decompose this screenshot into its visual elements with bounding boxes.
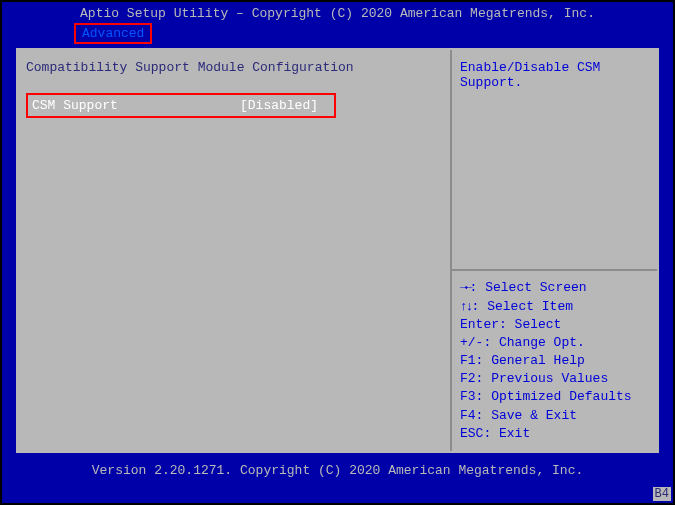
key-select-screen: : Select Screen	[470, 280, 587, 295]
main-content-box: Compatibility Support Module Configurati…	[16, 48, 659, 453]
arrows-ud-icon	[460, 299, 472, 314]
key-select-item: : Select Item	[472, 299, 573, 314]
key-esc: ESC: Exit	[460, 425, 649, 443]
option-value: [Disabled]	[240, 98, 330, 113]
tab-advanced[interactable]: Advanced	[74, 23, 152, 44]
help-description: Enable/Disable CSM Support.	[452, 50, 657, 271]
key-enter: Enter: Select	[460, 316, 649, 334]
section-title: Compatibility Support Module Configurati…	[26, 60, 442, 75]
csm-support-option[interactable]: CSM Support [Disabled]	[26, 93, 336, 118]
key-f1: F1: General Help	[460, 352, 649, 370]
key-f2: F2: Previous Values	[460, 370, 649, 388]
settings-panel: Compatibility Support Module Configurati…	[18, 50, 452, 451]
tab-row: Advanced	[2, 21, 673, 48]
key-bindings: : Select Screen : Select Item Enter: Sel…	[452, 271, 657, 451]
arrows-lr-icon	[460, 280, 470, 295]
corner-badge: B4	[653, 487, 671, 501]
header-title: Aptio Setup Utility – Copyright (C) 2020…	[2, 2, 673, 21]
help-panel: Enable/Disable CSM Support. : Select Scr…	[452, 50, 657, 451]
footer-version: Version 2.20.1271. Copyright (C) 2020 Am…	[2, 453, 673, 478]
key-plusminus: +/-: Change Opt.	[460, 334, 649, 352]
key-f3: F3: Optimized Defaults	[460, 388, 649, 406]
option-label: CSM Support	[32, 98, 240, 113]
key-f4: F4: Save & Exit	[460, 407, 649, 425]
